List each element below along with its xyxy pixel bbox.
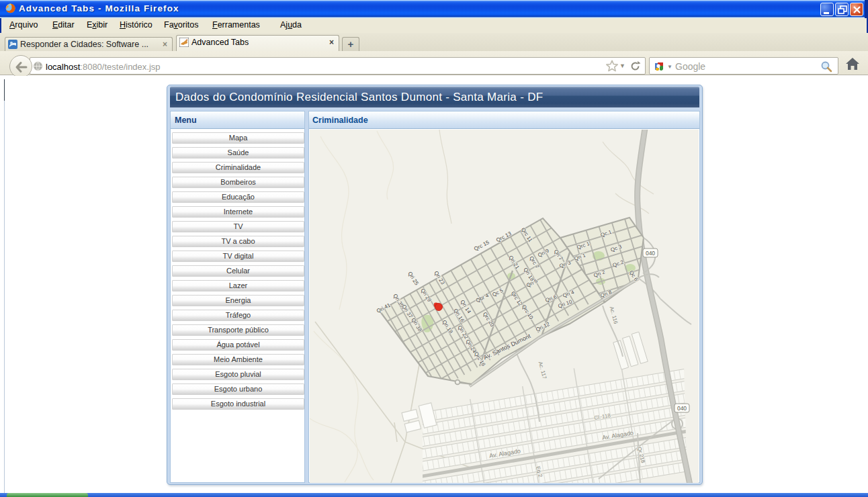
- svg-text:040: 040: [677, 405, 687, 412]
- svg-text:040: 040: [646, 250, 655, 257]
